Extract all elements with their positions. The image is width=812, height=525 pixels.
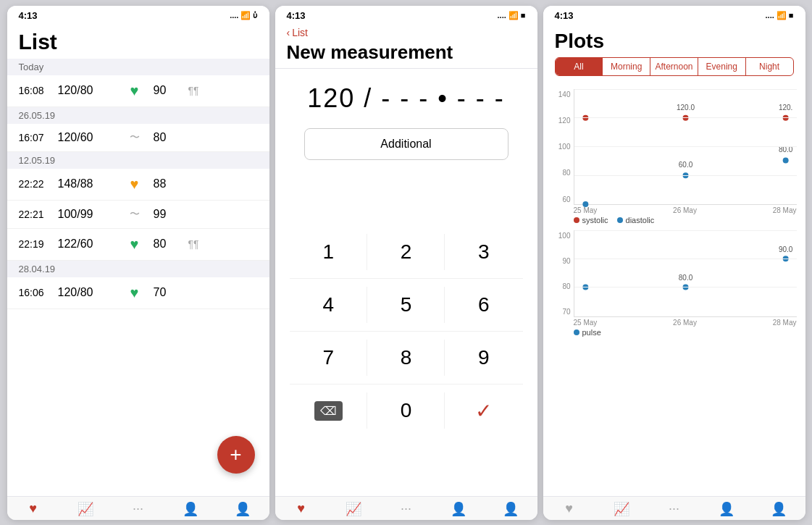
tab-heart[interactable]: ♥ — [7, 501, 59, 517]
status-icons-3: .... 📶 ■ — [766, 11, 794, 20]
back-button[interactable]: ‹ List — [287, 27, 526, 38]
grid-line — [574, 230, 797, 231]
key-0[interactable]: 0 — [367, 385, 445, 437]
status-bar-1: 4:13 .... 📶 ὐ‌ — [7, 6, 269, 24]
tab-user1-2[interactable]: 👤 — [432, 501, 485, 517]
tab-user2-2[interactable]: 👤 — [485, 501, 537, 517]
tab-more-2[interactable]: ··· — [380, 501, 432, 517]
plots-screen: 4:13 .... 📶 ■ Plots All Morning Afternoo… — [543, 6, 805, 520]
key-2[interactable]: 2 — [367, 226, 445, 278]
status-icons-2: .... 📶 ■ — [498, 11, 526, 20]
x-label: 28 May — [773, 319, 797, 327]
status-bar-3: 4:13 .... 📶 ■ — [543, 6, 805, 24]
x-label: 25 May — [574, 319, 598, 327]
legend-diastolic: diastolic — [617, 216, 655, 224]
backspace-key[interactable]: ⌫ — [290, 385, 367, 437]
chevron-left-icon: ‹ — [287, 27, 290, 38]
tab-more[interactable]: ··· — [112, 501, 164, 517]
list-item[interactable]: 16:08 120/80 ♥ 90 ¶¶ — [7, 75, 269, 107]
list-screen: 4:13 .... 📶 ὐ‌ List Today 16:08 120/80 ♥… — [7, 6, 269, 520]
legend-pulse-label: pulse — [582, 328, 601, 337]
list-item[interactable]: 22:21 100/99 〜 99 — [7, 201, 269, 229]
add-button[interactable]: + — [217, 436, 255, 474]
list-item[interactable]: 16:06 120/80 ♥ 70 — [7, 277, 269, 309]
tab-chart-3[interactable]: 📈 — [595, 501, 648, 517]
y-label-60: 60 — [552, 196, 571, 203]
filter-night[interactable]: Night — [746, 58, 793, 75]
systolic-label-end: 120. — [778, 103, 792, 111]
list-header: List — [7, 24, 269, 59]
key-5[interactable]: 5 — [367, 279, 445, 331]
list-item[interactable]: 16:07 120/60 〜 80 — [7, 124, 269, 152]
status-bar-2: 4:13 .... 📶 ■ — [275, 6, 537, 24]
y-label-140: 140 — [552, 91, 571, 98]
key-1[interactable]: 1 — [290, 226, 367, 278]
grid-line — [574, 146, 797, 147]
key-3[interactable]: 3 — [445, 226, 522, 278]
key-8[interactable]: 8 — [367, 332, 445, 384]
list-title: List — [19, 30, 258, 54]
legend-diastolic-label: diastolic — [626, 216, 655, 224]
key-9[interactable]: 9 — [445, 332, 522, 384]
row-pulse: 70 — [154, 286, 180, 299]
row-note: ¶¶ — [188, 85, 199, 96]
filter-afternoon[interactable]: Afternoon — [650, 58, 698, 75]
tab-user2-3[interactable]: 👤 — [753, 501, 805, 517]
section-today: Today — [7, 59, 269, 75]
grid-line — [574, 259, 797, 259]
row-bp: 120/80 — [58, 286, 116, 299]
pulse-label-end: 90.0 — [778, 245, 792, 253]
keypad: 1 2 3 4 5 6 7 8 9 ⌫ 0 ✓ — [275, 167, 537, 496]
backspace-icon: ⌫ — [314, 401, 343, 421]
heart-icon-yellow: ♥ — [125, 176, 145, 193]
wave-icon: 〜 — [125, 208, 145, 221]
y-label-80: 80 — [552, 169, 571, 177]
filter-all[interactable]: All — [556, 58, 603, 75]
y-label-80: 80 — [552, 282, 571, 290]
legend-dot-red — [574, 217, 579, 223]
row-pulse: 99 — [154, 208, 180, 221]
legend-dot-pulse — [574, 329, 579, 335]
time-2: 4:13 — [287, 10, 306, 21]
filter-morning[interactable]: Morning — [603, 58, 650, 75]
tab-heart-3[interactable]: ♥ — [543, 501, 595, 517]
tab-chart-2[interactable]: 📈 — [327, 501, 380, 517]
x-label: 28 May — [773, 206, 797, 214]
row-time: 22:22 — [19, 178, 49, 190]
pulse-chart-section: 100 90 80 70 — [552, 230, 797, 337]
row-bp: 122/60 — [58, 238, 116, 251]
tab-heart-2[interactable]: ♥ — [275, 501, 327, 517]
row-pulse: 88 — [154, 177, 180, 190]
tab-bar-2: ♥ 📈 ··· 👤 👤 — [275, 496, 537, 520]
filter-evening[interactable]: Evening — [698, 58, 746, 75]
row-bp: 120/80 — [58, 84, 116, 97]
tab-more-3[interactable]: ··· — [648, 501, 700, 517]
row-pulse: 90 — [154, 84, 180, 97]
x-label: 26 May — [673, 319, 697, 327]
additional-button[interactable]: Additional — [304, 128, 508, 160]
wave-icon: 〜 — [125, 131, 145, 144]
key-7[interactable]: 7 — [290, 332, 367, 384]
tab-user1-3[interactable]: 👤 — [700, 501, 753, 517]
systolic-label: 120.0 — [676, 103, 694, 111]
bp-legend: systolic diastolic — [574, 216, 797, 224]
tab-bar-1: ♥ 📈 ··· 👤 👤 — [7, 496, 269, 520]
keypad-row-1: 1 2 3 — [290, 226, 523, 279]
screen-title: New measurement — [287, 38, 526, 64]
tab-user1[interactable]: 👤 — [164, 501, 217, 517]
confirm-key[interactable]: ✓ — [445, 385, 522, 437]
tab-user2[interactable]: 👤 — [217, 501, 269, 517]
pulse-legend: pulse — [574, 328, 797, 337]
key-6[interactable]: 6 — [445, 279, 522, 331]
row-note: ¶¶ — [188, 238, 199, 250]
chart-container: 140 120 100 80 60 — [543, 86, 805, 496]
plots-header: Plots All Morning Afternoon Evening Nigh… — [543, 24, 805, 86]
grid-line — [574, 117, 797, 118]
measurement-screen: 4:13 .... 📶 ■ ‹ List New measurement 120… — [275, 6, 537, 520]
grid-line — [574, 287, 797, 287]
list-item[interactable]: 22:22 148/88 ♥ 88 — [7, 169, 269, 201]
key-4[interactable]: 4 — [290, 279, 367, 331]
list-item[interactable]: 22:19 122/60 ♥ 80 ¶¶ — [7, 229, 269, 261]
row-time: 16:07 — [19, 132, 49, 143]
tab-chart[interactable]: 📈 — [59, 501, 112, 517]
